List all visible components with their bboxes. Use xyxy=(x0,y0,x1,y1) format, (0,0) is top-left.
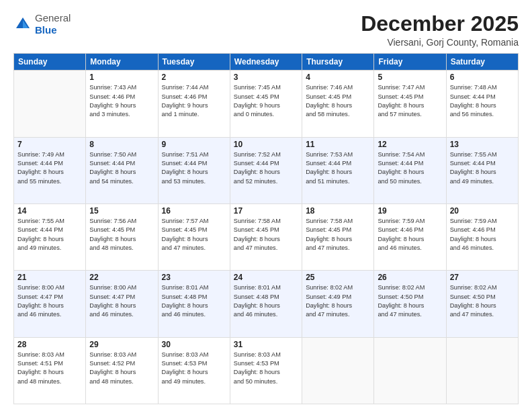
day-info: Sunrise: 8:03 AM Sunset: 4:52 PM Dayligh… xyxy=(89,351,154,386)
table-row: 9Sunrise: 7:51 AM Sunset: 4:44 PM Daylig… xyxy=(158,137,230,203)
day-info: Sunrise: 7:51 AM Sunset: 4:44 PM Dayligh… xyxy=(162,150,226,186)
day-info: Sunrise: 8:00 AM Sunset: 4:47 PM Dayligh… xyxy=(17,283,82,319)
day-info: Sunrise: 7:59 AM Sunset: 4:46 PM Dayligh… xyxy=(378,217,442,253)
day-number: 22 xyxy=(89,273,154,282)
day-info: Sunrise: 7:46 AM Sunset: 4:45 PM Dayligh… xyxy=(306,83,370,119)
table-row: 5Sunrise: 7:47 AM Sunset: 4:45 PM Daylig… xyxy=(374,71,446,137)
day-number: 21 xyxy=(17,273,82,282)
table-row: 19Sunrise: 7:59 AM Sunset: 4:46 PM Dayli… xyxy=(374,203,446,270)
logo-general: General xyxy=(35,12,71,24)
day-number: 17 xyxy=(234,206,298,216)
title-block: December 2025 Viersani, Gorj County, Rom… xyxy=(361,12,519,48)
day-number: 12 xyxy=(378,140,442,149)
day-number: 24 xyxy=(234,273,298,282)
table-row: 22Sunrise: 8:00 AM Sunset: 4:47 PM Dayli… xyxy=(86,271,158,337)
table-row: 24Sunrise: 8:01 AM Sunset: 4:48 PM Dayli… xyxy=(230,271,302,337)
table-row: 10Sunrise: 7:52 AM Sunset: 4:44 PM Dayli… xyxy=(230,137,302,203)
day-number: 3 xyxy=(234,73,298,82)
day-info: Sunrise: 7:56 AM Sunset: 4:45 PM Dayligh… xyxy=(89,217,154,253)
day-info: Sunrise: 8:03 AM Sunset: 4:53 PM Dayligh… xyxy=(234,351,298,386)
table-row xyxy=(374,337,446,404)
table-row: 2Sunrise: 7:44 AM Sunset: 4:46 PM Daylig… xyxy=(158,71,230,137)
calendar-week-row: 7Sunrise: 7:49 AM Sunset: 4:44 PM Daylig… xyxy=(14,137,519,203)
day-number: 10 xyxy=(234,140,298,149)
table-row: 17Sunrise: 7:58 AM Sunset: 4:45 PM Dayli… xyxy=(230,203,302,270)
logo-icon xyxy=(13,15,32,34)
table-row: 6Sunrise: 7:48 AM Sunset: 4:44 PM Daylig… xyxy=(446,71,518,137)
table-row: 25Sunrise: 8:02 AM Sunset: 4:49 PM Dayli… xyxy=(302,271,374,337)
day-info: Sunrise: 7:49 AM Sunset: 4:44 PM Dayligh… xyxy=(17,150,82,186)
day-number: 28 xyxy=(17,340,82,349)
day-info: Sunrise: 7:55 AM Sunset: 4:44 PM Dayligh… xyxy=(17,217,82,253)
day-number: 19 xyxy=(378,206,442,216)
table-row: 26Sunrise: 8:02 AM Sunset: 4:50 PM Dayli… xyxy=(374,271,446,337)
header-monday: Monday xyxy=(86,54,158,71)
table-row: 16Sunrise: 7:57 AM Sunset: 4:45 PM Dayli… xyxy=(158,203,230,270)
day-info: Sunrise: 7:55 AM Sunset: 4:44 PM Dayligh… xyxy=(450,150,515,186)
day-info: Sunrise: 7:45 AM Sunset: 4:45 PM Dayligh… xyxy=(234,83,298,119)
logo: General Blue xyxy=(13,12,71,36)
table-row: 4Sunrise: 7:46 AM Sunset: 4:45 PM Daylig… xyxy=(302,71,374,137)
day-info: Sunrise: 7:50 AM Sunset: 4:44 PM Dayligh… xyxy=(89,150,154,186)
day-number: 15 xyxy=(89,206,154,216)
table-row: 29Sunrise: 8:03 AM Sunset: 4:52 PM Dayli… xyxy=(86,337,158,404)
page: General Blue December 2025 Viersani, Gor… xyxy=(0,0,532,411)
day-number: 20 xyxy=(450,206,515,216)
table-row: 18Sunrise: 7:58 AM Sunset: 4:45 PM Dayli… xyxy=(302,203,374,270)
calendar-week-row: 1Sunrise: 7:43 AM Sunset: 4:46 PM Daylig… xyxy=(14,71,519,137)
day-info: Sunrise: 7:58 AM Sunset: 4:45 PM Dayligh… xyxy=(234,217,298,253)
calendar-week-row: 28Sunrise: 8:03 AM Sunset: 4:51 PM Dayli… xyxy=(14,337,519,404)
header-friday: Friday xyxy=(374,54,446,71)
day-info: Sunrise: 7:57 AM Sunset: 4:45 PM Dayligh… xyxy=(162,217,226,253)
header-saturday: Saturday xyxy=(446,54,518,71)
month-title: December 2025 xyxy=(361,12,519,36)
day-info: Sunrise: 7:44 AM Sunset: 4:46 PM Dayligh… xyxy=(162,83,226,119)
day-number: 1 xyxy=(89,73,154,82)
table-row: 11Sunrise: 7:53 AM Sunset: 4:44 PM Dayli… xyxy=(302,137,374,203)
weekday-header-row: Sunday Monday Tuesday Wednesday Thursday… xyxy=(14,54,519,71)
day-info: Sunrise: 8:02 AM Sunset: 4:50 PM Dayligh… xyxy=(450,283,515,319)
day-info: Sunrise: 7:54 AM Sunset: 4:44 PM Dayligh… xyxy=(378,150,442,186)
day-number: 2 xyxy=(162,73,226,82)
day-info: Sunrise: 7:59 AM Sunset: 4:46 PM Dayligh… xyxy=(450,217,515,253)
table-row: 30Sunrise: 8:03 AM Sunset: 4:53 PM Dayli… xyxy=(158,337,230,404)
day-number: 8 xyxy=(89,140,154,149)
table-row xyxy=(302,337,374,404)
day-number: 23 xyxy=(162,273,226,282)
day-info: Sunrise: 7:48 AM Sunset: 4:44 PM Dayligh… xyxy=(450,83,515,119)
day-info: Sunrise: 7:58 AM Sunset: 4:45 PM Dayligh… xyxy=(306,217,370,253)
calendar-week-row: 14Sunrise: 7:55 AM Sunset: 4:44 PM Dayli… xyxy=(14,203,519,270)
header: General Blue December 2025 Viersani, Gor… xyxy=(13,12,519,48)
day-info: Sunrise: 8:03 AM Sunset: 4:53 PM Dayligh… xyxy=(162,351,226,386)
day-number: 26 xyxy=(378,273,442,282)
header-wednesday: Wednesday xyxy=(230,54,302,71)
logo-text: General Blue xyxy=(35,12,71,36)
day-number: 13 xyxy=(450,140,515,149)
table-row: 15Sunrise: 7:56 AM Sunset: 4:45 PM Dayli… xyxy=(86,203,158,270)
day-number: 4 xyxy=(306,73,370,82)
calendar: Sunday Monday Tuesday Wednesday Thursday… xyxy=(13,53,519,404)
table-row: 8Sunrise: 7:50 AM Sunset: 4:44 PM Daylig… xyxy=(86,137,158,203)
day-number: 18 xyxy=(306,206,370,216)
day-info: Sunrise: 7:53 AM Sunset: 4:44 PM Dayligh… xyxy=(306,150,370,186)
calendar-week-row: 21Sunrise: 8:00 AM Sunset: 4:47 PM Dayli… xyxy=(14,271,519,337)
table-row xyxy=(446,337,518,404)
day-info: Sunrise: 7:52 AM Sunset: 4:44 PM Dayligh… xyxy=(234,150,298,186)
table-row: 14Sunrise: 7:55 AM Sunset: 4:44 PM Dayli… xyxy=(14,203,86,270)
day-number: 31 xyxy=(234,340,298,349)
table-row: 3Sunrise: 7:45 AM Sunset: 4:45 PM Daylig… xyxy=(230,71,302,137)
day-number: 11 xyxy=(306,140,370,149)
day-info: Sunrise: 7:47 AM Sunset: 4:45 PM Dayligh… xyxy=(378,83,442,119)
day-number: 29 xyxy=(89,340,154,349)
day-number: 5 xyxy=(378,73,442,82)
table-row: 13Sunrise: 7:55 AM Sunset: 4:44 PM Dayli… xyxy=(446,137,518,203)
header-thursday: Thursday xyxy=(302,54,374,71)
header-sunday: Sunday xyxy=(14,54,86,71)
location-subtitle: Viersani, Gorj County, Romania xyxy=(361,37,519,48)
logo-blue: Blue xyxy=(35,24,71,36)
day-info: Sunrise: 8:03 AM Sunset: 4:51 PM Dayligh… xyxy=(17,351,82,386)
table-row: 28Sunrise: 8:03 AM Sunset: 4:51 PM Dayli… xyxy=(14,337,86,404)
day-number: 16 xyxy=(162,206,226,216)
day-info: Sunrise: 8:02 AM Sunset: 4:49 PM Dayligh… xyxy=(306,283,370,319)
day-number: 7 xyxy=(17,140,82,149)
